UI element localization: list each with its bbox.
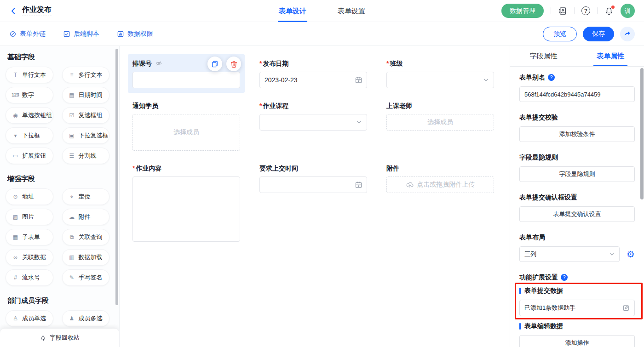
divider (574, 7, 575, 14)
help-question-icon[interactable]: ? (561, 274, 568, 281)
submit-validation-section: 表单提交校验 添加校验条件 (519, 113, 635, 142)
contact-book-icon[interactable] (558, 6, 567, 16)
extension-label: 功能扩展设置 (519, 273, 558, 282)
teacher-picker[interactable]: 选择成员 (386, 114, 494, 131)
field-item-checkbox-group[interactable]: ☑复选框组 (62, 107, 110, 124)
field-item-datetime[interactable]: ▤日期时间 (62, 87, 110, 103)
add-operation-button[interactable]: 添加操作 (519, 335, 635, 347)
homework-course-select[interactable] (259, 114, 367, 131)
visibility-rules-button[interactable]: 字段显隐规则 (519, 166, 635, 182)
layout-gear-icon[interactable]: ⚙ (627, 250, 635, 259)
field-recycle-bin[interactable]: 字段回收站 (0, 329, 119, 347)
form-external-link[interactable]: 表单外链 (9, 30, 46, 38)
add-validation-button[interactable]: 添加校验条件 (519, 126, 635, 142)
field-item-serial-number[interactable]: #流水号 (6, 269, 53, 286)
field-item-image[interactable]: ▨图片 (6, 209, 53, 225)
field-cell-class[interactable]: * 班级 (382, 54, 499, 93)
extension-section: 功能扩展设置 ? 表单提交数据 已添加1条数据助手 (519, 273, 635, 347)
edit-data-label: 表单编辑数据 (524, 322, 563, 330)
schedule-no-input[interactable] (132, 72, 240, 88)
save-button[interactable]: 保存 (583, 27, 614, 41)
required-marker: * (132, 164, 135, 173)
class-select[interactable] (386, 72, 494, 88)
field-item-signature[interactable]: ✎手写签名 (62, 269, 110, 286)
sidebar-scrollbar[interactable] (115, 49, 118, 305)
delete-field-button[interactable] (226, 57, 241, 71)
field-item-data-load[interactable]: ▥数据加载 (62, 249, 110, 266)
required-marker: * (259, 59, 262, 68)
field-item-dropdown[interactable]: ▾下拉框 (6, 127, 53, 144)
tab-form-settings[interactable]: 表单设置 (337, 0, 366, 22)
field-item-number[interactable]: 123数字 (6, 87, 53, 103)
homework-content-textarea[interactable] (132, 176, 240, 242)
tab-field-properties[interactable]: 字段属性 (510, 46, 577, 66)
section-bar (519, 323, 521, 330)
field-item-label: 成员单选 (22, 314, 46, 323)
tab-form-design[interactable]: 表单设计 (278, 0, 307, 22)
layout-select[interactable]: 三列 (519, 246, 620, 262)
back-button[interactable] (9, 7, 17, 15)
field-item-dropdown-multi[interactable]: ▣下拉复选框 (62, 127, 110, 144)
field-cell-due-time[interactable]: 要求上交时间 (255, 159, 372, 198)
notification-bell-icon[interactable] (604, 6, 614, 16)
field-item-extend-button[interactable]: ▭扩展按钮 (6, 148, 53, 164)
field-item-multi-line-text[interactable]: ≡多行文本 (62, 67, 110, 83)
field-label: 通知学员 (132, 101, 158, 110)
edit-icon[interactable] (622, 304, 630, 312)
properties-panel: 字段属性 表单属性 表单别名 ? 表单提交校验 添加校验条件 字段显隐规则 (510, 46, 644, 347)
field-item-linked-data[interactable]: ∞关联数据 (6, 249, 53, 266)
field-item-member-single[interactable]: ♙成员单选 (6, 310, 53, 327)
notify-students-picker[interactable]: 选择成员 (132, 114, 240, 151)
script-icon (63, 30, 70, 38)
panel-scrollbar[interactable] (640, 68, 644, 199)
field-cell-schedule-no[interactable]: 排课号 (128, 54, 245, 93)
field-item-subform[interactable]: ▦子表单 (6, 229, 53, 245)
recycle-bin-label: 字段回收站 (50, 334, 80, 342)
submit-confirm-label: 表单提交确认框设置 (519, 193, 577, 202)
field-label: 要求上交时间 (259, 164, 298, 173)
preview-button[interactable]: 预览 (543, 27, 577, 41)
form-alias-input[interactable] (519, 86, 635, 102)
dropdown-icon: ▾ (12, 133, 19, 138)
field-cell-notify-students[interactable]: 通知学员 选择成员 (128, 97, 245, 155)
attachment-upload-area[interactable]: 点击或拖拽附件上传 (386, 176, 494, 193)
tab-form-properties[interactable]: 表单属性 (577, 46, 644, 66)
backend-script-link[interactable]: 后端脚本 (63, 30, 99, 38)
tab-label: 表单设计 (279, 7, 306, 16)
due-time-input[interactable] (259, 176, 367, 193)
data-assistant-box[interactable]: 已添加1条数据助手 (519, 300, 635, 316)
share-button[interactable] (620, 27, 635, 41)
avatar[interactable]: 训 (621, 4, 635, 18)
chevron-down-icon (483, 77, 489, 83)
field-cell-teacher[interactable]: 上课老师 选择成员 (382, 97, 499, 135)
publish-date-input[interactable] (259, 72, 367, 88)
notification-dot (611, 6, 615, 9)
submit-confirm-button[interactable]: 表单提交确认设置 (519, 206, 635, 222)
form-title[interactable]: 作业发布 (22, 6, 52, 16)
field-cell-homework-content[interactable]: * 作业内容 (128, 159, 245, 248)
field-cell-publish-date[interactable]: * 发布日期 (255, 54, 372, 93)
serial-number-icon: # (12, 275, 19, 280)
field-item-member-multi[interactable]: ♟成员多选 (62, 310, 110, 327)
field-item-single-line-text[interactable]: T单行文本 (6, 67, 53, 83)
member-picker-placeholder: 选择成员 (173, 128, 199, 137)
field-item-label: 地址 (22, 193, 34, 201)
help-icon[interactable]: ? (581, 6, 590, 15)
field-item-divider-line[interactable]: ☰分割线 (62, 148, 110, 164)
extend-button-icon: ▭ (12, 153, 19, 159)
field-item-linked-query[interactable]: ⧉关联查询 (62, 229, 110, 245)
field-cell-attachment[interactable]: 附件 点击或拖拽附件上传 (382, 159, 499, 198)
field-cell-homework-course[interactable]: * 作业课程 (255, 97, 372, 135)
form-alias-label: 表单别名 (519, 73, 545, 82)
data-manage-button[interactable]: 数据管理 (501, 4, 544, 18)
field-item-attachment[interactable]: ☁附件 (62, 209, 110, 225)
data-permission-link[interactable]: 数据权限 (117, 30, 153, 38)
field-item-radio-group[interactable]: ◉单选按钮组 (6, 107, 53, 124)
visibility-rules-label: 字段显隐规则 (519, 153, 558, 162)
panel-body: 表单别名 ? 表单提交校验 添加校验条件 字段显隐规则 字段显隐规则 表单提交确… (510, 67, 644, 347)
image-icon: ▨ (12, 214, 19, 220)
help-question-icon[interactable]: ? (548, 74, 555, 81)
field-item-location[interactable]: ⌖定位 (62, 188, 110, 205)
copy-field-button[interactable] (207, 57, 222, 71)
field-item-address[interactable]: ⊙地址 (6, 188, 53, 205)
